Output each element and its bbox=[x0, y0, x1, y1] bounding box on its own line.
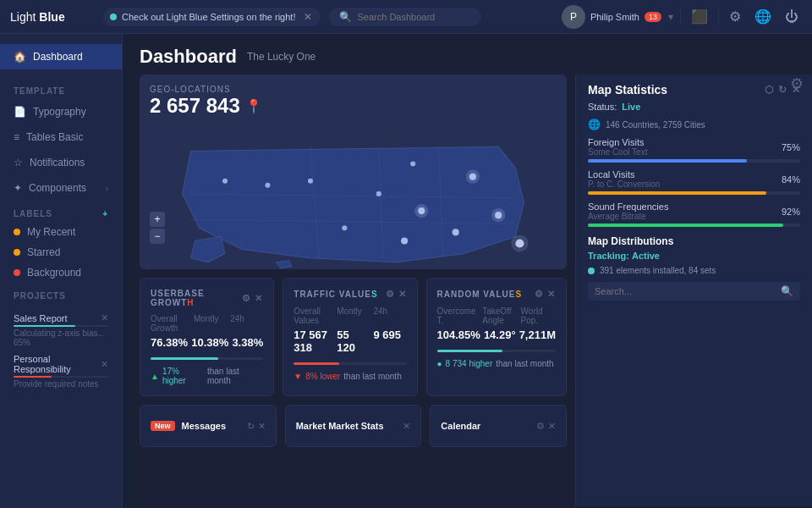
close-card-icon[interactable]: ✕ bbox=[255, 293, 263, 304]
rp-search-input[interactable] bbox=[595, 286, 776, 296]
calendar-icons: ⚙ ✕ bbox=[536, 421, 556, 432]
globe-nav-icon[interactable]: 🌐 bbox=[751, 7, 775, 26]
sidebar-label-components: Components bbox=[29, 182, 86, 194]
content: Dashboard The Lucky One ⚙ GEO-LOCATIONS … bbox=[123, 34, 812, 508]
chevron-down-icon[interactable]: ▾ bbox=[668, 11, 673, 23]
zoom-in-button[interactable]: + bbox=[150, 212, 165, 227]
circle-icon: ● bbox=[437, 359, 442, 368]
countries-info: 🌐 146 Countries, 2759 Cities bbox=[588, 119, 800, 130]
close-traffic-icon[interactable]: ✕ bbox=[398, 289, 407, 300]
close-calendar-icon[interactable]: ✕ bbox=[548, 421, 556, 432]
sidebar-item-tables[interactable]: ≡ Tables Basic bbox=[0, 124, 122, 150]
arrow-down-icon: ▼ bbox=[294, 372, 302, 381]
sidebar-label-typography: Typography bbox=[33, 106, 86, 118]
metric-foreign-header: Foreign Visits Some Cool Text 75% bbox=[588, 137, 800, 157]
label-my-recent[interactable]: My Recent bbox=[0, 222, 122, 242]
map-count: 2 657 843 📍 bbox=[150, 94, 557, 118]
template-section: TEMPLATE bbox=[0, 78, 122, 99]
avatar: P bbox=[562, 5, 585, 29]
labels-add[interactable]: + bbox=[102, 209, 108, 218]
label-starred[interactable]: Starred bbox=[0, 242, 122, 262]
countries-text: 146 Countries, 2759 Cities bbox=[606, 120, 705, 130]
sidebar-label-notifications: Notifications bbox=[30, 157, 85, 168]
stat-userbase-values: 76.38% 10.38% 3.38% bbox=[151, 336, 263, 349]
search-bar[interactable]: 🔍 bbox=[329, 8, 481, 26]
metric-foreign: Foreign Visits Some Cool Text 75% bbox=[588, 137, 800, 163]
settings-icon[interactable]: ⚙ bbox=[726, 7, 744, 26]
accent-h: H bbox=[187, 298, 194, 307]
globe-icon: 🌐 bbox=[588, 119, 601, 130]
label-dot-bg bbox=[14, 269, 20, 276]
topbar-right: P Philip Smith 13 ▾ ⬛ ⚙ 🌐 ⏻ bbox=[562, 5, 802, 29]
project-sales-bar bbox=[14, 325, 108, 327]
close-messages-icon[interactable]: ✕ bbox=[258, 421, 266, 432]
status-value: Live bbox=[622, 102, 640, 112]
refresh-icon[interactable]: ↻ bbox=[778, 84, 787, 96]
market-title: Market Market Stats bbox=[296, 421, 384, 431]
refresh-messages-icon[interactable]: ↻ bbox=[247, 421, 255, 432]
project-personal: Personal Responsibility ✕ Provide requir… bbox=[14, 354, 108, 389]
tab-close-icon[interactable]: ✕ bbox=[304, 11, 312, 23]
home-icon: 🏠 bbox=[14, 51, 26, 63]
settings-random-icon[interactable]: ⚙ bbox=[535, 289, 544, 300]
power-icon[interactable]: ⏻ bbox=[782, 8, 802, 26]
close-random-icon[interactable]: ✕ bbox=[547, 289, 556, 300]
sidebar-item-notifications[interactable]: ☆ Notifications bbox=[0, 150, 122, 175]
svg-point-15 bbox=[222, 179, 228, 184]
us-map-svg bbox=[140, 117, 567, 288]
components-icon: ✦ bbox=[14, 182, 22, 194]
sidebar-item-typography[interactable]: 📄 Typography bbox=[0, 99, 122, 124]
map-count-value: 2 657 843 bbox=[150, 94, 240, 118]
calendar-title: Calendar bbox=[441, 421, 480, 431]
bottom-card-calendar: Calendar ⚙ ✕ bbox=[430, 405, 567, 447]
stat-traffic-values: 17 567 318 55 120 9 695 bbox=[294, 329, 406, 354]
tab-text: Check out Light Blue Settings on the rig… bbox=[122, 12, 295, 22]
user-name: Philip Smith bbox=[590, 12, 639, 22]
link-icon[interactable]: ⬡ bbox=[765, 84, 773, 96]
monitor-icon[interactable]: ⬛ bbox=[688, 7, 711, 26]
stat-card-traffic-title: TRAFFIC VALUES ⚙ ✕ bbox=[294, 289, 406, 300]
search-input[interactable] bbox=[357, 12, 471, 22]
project-personal-close[interactable]: ✕ bbox=[101, 359, 108, 370]
sidebar-item-components[interactable]: ✦ Components › bbox=[0, 175, 122, 201]
zoom-out-button[interactable]: − bbox=[150, 229, 165, 244]
page-subtitle: The Lucky One bbox=[247, 51, 315, 63]
project-sales-header: Sales Report ✕ bbox=[14, 312, 108, 323]
rp-search-bar[interactable]: 🔍 bbox=[588, 282, 800, 301]
gear-corner-icon[interactable]: ⚙ bbox=[790, 75, 804, 93]
label-dot-starred bbox=[14, 249, 20, 256]
label-text-recent: My Recent bbox=[27, 226, 75, 238]
svg-point-18 bbox=[401, 237, 408, 244]
stat-traffic-icons: ⚙ ✕ bbox=[386, 289, 407, 300]
settings-traffic-icon[interactable]: ⚙ bbox=[386, 289, 395, 300]
rp-search-icon[interactable]: 🔍 bbox=[781, 285, 793, 297]
tab-pill[interactable]: Check out Light Blue Settings on the rig… bbox=[103, 8, 321, 26]
svg-point-11 bbox=[453, 229, 459, 235]
settings-calendar-icon[interactable]: ⚙ bbox=[536, 421, 545, 432]
app-logo: Light Blue bbox=[10, 10, 95, 24]
stat-traffic-highlight: 8% lower bbox=[305, 372, 340, 381]
close-market-icon[interactable]: ✕ bbox=[403, 421, 410, 432]
status-label: Status: bbox=[588, 102, 617, 112]
project-sales-fill bbox=[14, 325, 75, 327]
stat-userbase-note: ▲ 17% higher than last month bbox=[151, 367, 263, 385]
sidebar-item-dashboard[interactable]: 🏠 Dashboard bbox=[0, 44, 122, 69]
right-panel: Map Statistics ⬡ ↻ ✕ Status: Live 🌐 146 … bbox=[575, 75, 812, 506]
metric-local-pct: 84% bbox=[782, 174, 800, 185]
project-sales-close[interactable]: ✕ bbox=[101, 312, 108, 323]
map-stats-title-text: Map Statistics bbox=[588, 83, 667, 97]
divider2 bbox=[718, 8, 719, 25]
svg-point-17 bbox=[342, 225, 347, 230]
main-grid: GEO-LOCATIONS 2 657 843 📍 bbox=[123, 75, 812, 506]
metric-sound-label: Sound Frequencies bbox=[588, 202, 668, 212]
stat-card-traffic: TRAFFIC VALUES ⚙ ✕ Overall Values Montly… bbox=[283, 278, 417, 396]
metric-sound-header: Sound Frequencies Average Bitrate 92% bbox=[588, 202, 800, 221]
label-background[interactable]: Background bbox=[0, 262, 122, 283]
metric-foreign-sub: Some Cool Text bbox=[588, 147, 647, 157]
metric-local-fill bbox=[588, 191, 766, 195]
settings-card-icon[interactable]: ⚙ bbox=[242, 293, 251, 304]
metric-foreign-bar bbox=[588, 159, 800, 163]
tab-dot bbox=[110, 14, 117, 20]
market-icons: ✕ bbox=[403, 421, 410, 432]
svg-point-8 bbox=[414, 204, 428, 218]
